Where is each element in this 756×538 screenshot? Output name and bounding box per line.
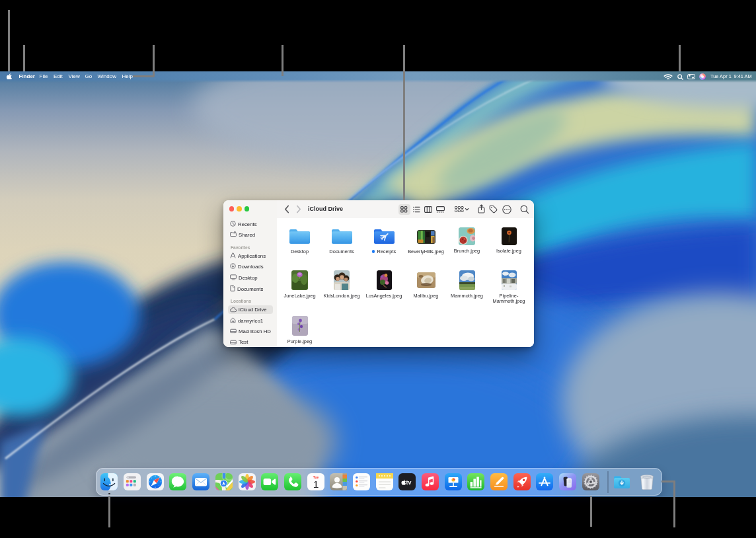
svg-text:1: 1 [313, 479, 319, 490]
svg-text:tv: tv [406, 479, 412, 486]
